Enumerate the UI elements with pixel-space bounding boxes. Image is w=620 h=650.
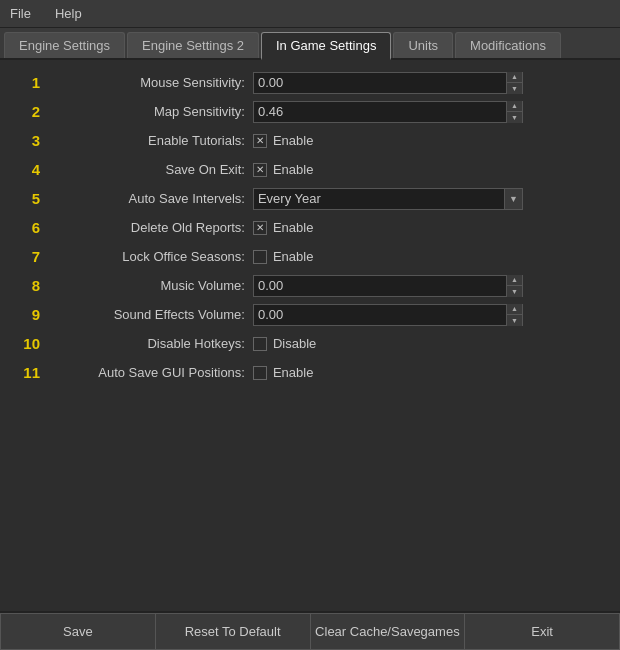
table-row: 8Music Volume:▲▼ [4, 271, 616, 300]
row-label-8: Sound Effects Volume: [48, 300, 253, 329]
spinner-1: ▲▼ [253, 101, 523, 123]
spinner-7: ▲▼ [253, 275, 523, 297]
spinner-buttons-0: ▲▼ [506, 72, 522, 94]
spinner-input-1[interactable] [254, 104, 506, 119]
checkbox-wrapper-2: Enable [253, 133, 612, 148]
row-number-5: 6 [4, 213, 48, 242]
row-label-0: Mouse Sensitivity: [48, 68, 253, 97]
table-row: 5Auto Save Intervels:Every YearEvery Mon… [4, 184, 616, 213]
tab-in-game-settings[interactable]: In Game Settings [261, 32, 391, 60]
spinner-input-7[interactable] [254, 278, 506, 293]
table-row: 6Delete Old Reports:Enable [4, 213, 616, 242]
row-label-4: Auto Save Intervels: [48, 184, 253, 213]
reset-button[interactable]: Reset To Default [155, 613, 310, 650]
spinner-up-7[interactable]: ▲ [507, 275, 522, 287]
checkbox-wrapper-3: Enable [253, 162, 612, 177]
menu-file[interactable]: File [6, 4, 35, 23]
checkbox-label-9: Disable [273, 336, 316, 351]
row-label-3: Save On Exit: [48, 155, 253, 184]
row-control-5: Enable [253, 213, 616, 242]
tab-units[interactable]: Units [393, 32, 453, 58]
row-number-10: 11 [4, 358, 48, 387]
spinner-input-8[interactable] [254, 307, 506, 322]
row-label-2: Enable Tutorials: [48, 126, 253, 155]
spinner-up-0[interactable]: ▲ [507, 72, 522, 84]
row-label-5: Delete Old Reports: [48, 213, 253, 242]
checkbox-3[interactable] [253, 163, 267, 177]
table-row: 4Save On Exit:Enable [4, 155, 616, 184]
spinner-0: ▲▼ [253, 72, 523, 94]
checkbox-label-2: Enable [273, 133, 313, 148]
row-number-9: 10 [4, 329, 48, 358]
row-number-8: 9 [4, 300, 48, 329]
row-label-6: Lock Office Seasons: [48, 242, 253, 271]
row-control-2: Enable [253, 126, 616, 155]
spinner-down-0[interactable]: ▼ [507, 83, 522, 94]
row-number-3: 4 [4, 155, 48, 184]
tab-engine-settings-2[interactable]: Engine Settings 2 [127, 32, 259, 58]
checkbox-wrapper-10: Enable [253, 365, 612, 380]
settings-table: 1Mouse Sensitivity:▲▼2Map Sensitivity:▲▼… [4, 68, 616, 387]
checkbox-2[interactable] [253, 134, 267, 148]
spinner-buttons-8: ▲▼ [506, 304, 522, 326]
menu-help[interactable]: Help [51, 4, 86, 23]
table-row: 11Auto Save GUI Positions:Enable [4, 358, 616, 387]
row-number-1: 2 [4, 97, 48, 126]
row-label-9: Disable Hotkeys: [48, 329, 253, 358]
spinner-input-0[interactable] [254, 75, 506, 90]
table-row: 2Map Sensitivity:▲▼ [4, 97, 616, 126]
checkbox-9[interactable] [253, 337, 267, 351]
spinner-8: ▲▼ [253, 304, 523, 326]
table-row: 9Sound Effects Volume:▲▼ [4, 300, 616, 329]
table-row: 1Mouse Sensitivity:▲▼ [4, 68, 616, 97]
row-control-6: Enable [253, 242, 616, 271]
row-control-7: ▲▼ [253, 271, 616, 300]
content-area: 1Mouse Sensitivity:▲▼2Map Sensitivity:▲▼… [0, 60, 620, 611]
spinner-down-7[interactable]: ▼ [507, 286, 522, 297]
row-number-2: 3 [4, 126, 48, 155]
dropdown-wrapper-4: Every YearEvery MonthEvery WeekEvery Day… [253, 188, 523, 210]
tab-bar: Engine SettingsEngine Settings 2In Game … [0, 28, 620, 60]
row-control-3: Enable [253, 155, 616, 184]
row-control-9: Disable [253, 329, 616, 358]
row-control-4: Every YearEvery MonthEvery WeekEvery Day… [253, 184, 616, 213]
row-number-7: 8 [4, 271, 48, 300]
checkbox-label-5: Enable [273, 220, 313, 235]
footer: Save Reset To Default Clear Cache/Savega… [0, 611, 620, 650]
row-control-0: ▲▼ [253, 68, 616, 97]
row-control-8: ▲▼ [253, 300, 616, 329]
spinner-up-1[interactable]: ▲ [507, 101, 522, 113]
exit-button[interactable]: Exit [464, 613, 620, 650]
checkbox-wrapper-9: Disable [253, 336, 612, 351]
clear-button[interactable]: Clear Cache/Savegames [310, 613, 465, 650]
table-row: 3Enable Tutorials:Enable [4, 126, 616, 155]
row-control-1: ▲▼ [253, 97, 616, 126]
row-control-10: Enable [253, 358, 616, 387]
row-number-6: 7 [4, 242, 48, 271]
checkbox-wrapper-6: Enable [253, 249, 612, 264]
checkbox-10[interactable] [253, 366, 267, 380]
table-row: 7Lock Office Seasons:Enable [4, 242, 616, 271]
menu-bar: File Help [0, 0, 620, 28]
row-number-4: 5 [4, 184, 48, 213]
checkbox-5[interactable] [253, 221, 267, 235]
table-row: 10Disable Hotkeys:Disable [4, 329, 616, 358]
row-number-0: 1 [4, 68, 48, 97]
spinner-down-1[interactable]: ▼ [507, 112, 522, 123]
checkbox-label-3: Enable [273, 162, 313, 177]
row-label-10: Auto Save GUI Positions: [48, 358, 253, 387]
checkbox-6[interactable] [253, 250, 267, 264]
checkbox-label-10: Enable [273, 365, 313, 380]
row-label-1: Map Sensitivity: [48, 97, 253, 126]
save-button[interactable]: Save [0, 613, 155, 650]
row-label-7: Music Volume: [48, 271, 253, 300]
checkbox-label-6: Enable [273, 249, 313, 264]
dropdown-arrow-4: ▼ [504, 189, 522, 209]
spinner-down-8[interactable]: ▼ [507, 315, 522, 326]
spinner-buttons-1: ▲▼ [506, 101, 522, 123]
spinner-buttons-7: ▲▼ [506, 275, 522, 297]
tab-modifications[interactable]: Modifications [455, 32, 561, 58]
tab-engine-settings[interactable]: Engine Settings [4, 32, 125, 58]
spinner-up-8[interactable]: ▲ [507, 304, 522, 316]
dropdown-4[interactable]: Every YearEvery MonthEvery WeekEvery Day… [254, 189, 504, 209]
